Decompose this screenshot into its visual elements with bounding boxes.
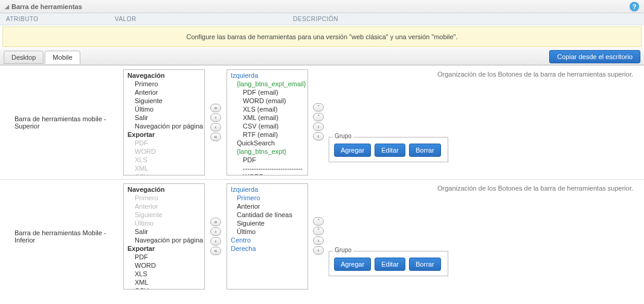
list-item[interactable]: Izquierda <box>227 71 308 80</box>
list-item[interactable]: Último <box>227 227 308 236</box>
list-group-header[interactable]: Navegación <box>124 185 204 194</box>
inferior-group-fieldset: Grupo Agregar Editar Borrar <box>329 251 448 276</box>
list-item[interactable]: XML <box>124 164 204 173</box>
list-item[interactable]: PDF <box>124 139 204 147</box>
move-right2-icon[interactable]: › <box>313 236 324 245</box>
list-item[interactable]: Navegación por página <box>124 236 204 244</box>
list-item[interactable]: XLS <box>124 156 204 164</box>
move-up-icon[interactable]: ˄ <box>313 217 324 226</box>
move-down-icon[interactable]: ˅ <box>313 113 324 121</box>
list-item[interactable]: WORD <box>124 147 204 156</box>
list-item[interactable]: Primero <box>124 194 204 202</box>
move-all-right-icon[interactable]: » <box>210 104 221 112</box>
list-item[interactable]: Primero <box>124 80 204 88</box>
superior-reorder-arrows: ˄ ˅ › ‹ <box>313 103 324 141</box>
superior-available-listbox[interactable]: NavegaciónPrimeroAnteriorSiguienteÚltimo… <box>123 69 205 176</box>
inferior-available-listbox[interactable]: NavegaciónPrimeroAnteriorSiguienteÚltimo… <box>123 183 205 290</box>
group-legend: Grupo <box>333 247 353 253</box>
superior-selected-list: Izquierda{lang_btns_expt_email}PDF (emai… <box>227 69 308 176</box>
move-up-icon[interactable]: ˄ <box>313 103 324 112</box>
inferior-selected-listbox[interactable]: IzquierdaPrimeroAnteriorCantidad de líne… <box>227 183 308 290</box>
copy-from-desktop-button[interactable]: Copiar desde el escritorio <box>549 50 640 63</box>
list-item[interactable]: PDF <box>124 253 204 261</box>
inferior-label: Barra de herramientas Mobile - Inferior <box>2 183 123 290</box>
toolbar-superior-row: Barra de herramientas mobile - Superior … <box>0 65 644 179</box>
superior-label: Barra de herramientas mobile - Superior <box>2 69 123 176</box>
list-item[interactable]: Anterior <box>124 88 204 97</box>
inferior-available-list: NavegaciónPrimeroAnteriorSiguienteÚltimo… <box>123 183 205 290</box>
list-item[interactable]: PDF <box>227 156 308 164</box>
list-item[interactable]: Izquierda <box>227 185 308 194</box>
move-left-icon[interactable]: ‹ <box>210 123 221 131</box>
tab-mobile[interactable]: Mobile <box>45 51 80 64</box>
list-item[interactable]: Salir <box>124 113 204 122</box>
move-right-icon[interactable]: › <box>210 113 221 122</box>
move-all-right-icon[interactable]: » <box>210 218 221 226</box>
content-area: Barra de herramientas mobile - Superior … <box>0 65 644 302</box>
list-item[interactable]: {lang_btns_expt} <box>227 147 308 156</box>
list-item[interactable]: XML (email) <box>227 113 308 122</box>
add-button[interactable]: Agregar <box>334 144 371 157</box>
move-left-icon[interactable]: ‹ <box>210 237 221 245</box>
move-all-left-icon[interactable]: « <box>210 133 221 141</box>
move-all-left-icon[interactable]: « <box>210 247 221 255</box>
superior-selected-listbox[interactable]: Izquierda{lang_btns_expt_email}PDF (emai… <box>227 69 308 176</box>
list-item[interactable]: QuickSearch <box>227 139 308 147</box>
move-right-icon[interactable]: › <box>210 227 221 236</box>
tab-bar: Desktop Mobile Copiar desde el escritori… <box>0 48 644 65</box>
help-icon[interactable]: ? <box>630 2 639 11</box>
group-legend: Grupo <box>333 133 353 139</box>
list-item[interactable]: PDF (email) <box>227 88 308 97</box>
list-item[interactable]: CSV <box>124 173 204 176</box>
list-item[interactable]: {lang_btns_expt_email} <box>227 80 308 88</box>
list-item[interactable]: WORD <box>227 173 308 176</box>
list-item[interactable]: XML <box>124 278 204 287</box>
list-item[interactable]: RTF (email) <box>227 130 308 139</box>
move-left2-icon[interactable]: ‹ <box>313 246 324 255</box>
header-value: VALOR <box>115 16 293 22</box>
list-item[interactable]: --------------------------- <box>227 164 308 173</box>
list-item[interactable]: XLS (email) <box>227 105 308 113</box>
move-left2-icon[interactable]: ‹ <box>313 132 324 141</box>
header-attribute: ATRIBUTO <box>6 16 115 22</box>
move-down-icon[interactable]: ˅ <box>313 227 324 235</box>
list-item[interactable]: Derecha <box>227 244 308 253</box>
edit-button[interactable]: Editar <box>375 144 405 157</box>
list-item[interactable]: Navegación por página <box>124 122 204 130</box>
list-item[interactable]: Último <box>124 105 204 113</box>
list-item[interactable]: CSV <box>124 287 204 290</box>
edit-button[interactable]: Editar <box>375 258 405 271</box>
list-item[interactable]: Anterior <box>227 202 308 211</box>
tab-desktop[interactable]: Desktop <box>4 51 43 64</box>
list-item[interactable]: Siguiente <box>124 211 204 219</box>
list-item[interactable]: XLS <box>124 270 204 278</box>
move-right2-icon[interactable]: › <box>313 122 324 131</box>
list-item[interactable]: Cantidad de líneas <box>227 211 308 219</box>
collapse-icon[interactable]: ◢ <box>5 4 9 10</box>
config-banner: Configure las barras de herramientas par… <box>2 27 642 47</box>
superior-group-fieldset: Grupo Agregar Editar Borrar <box>329 137 448 162</box>
list-item[interactable]: Siguiente <box>124 97 204 105</box>
list-item[interactable]: Anterior <box>124 202 204 211</box>
header-description: DESCRIPCIÓN <box>293 16 638 22</box>
list-group-header[interactable]: Exportar <box>124 244 204 253</box>
list-item[interactable]: WORD <box>124 261 204 270</box>
list-item[interactable]: Salir <box>124 227 204 236</box>
toolbar-inferior-row: Barra de herramientas Mobile - Inferior … <box>0 179 644 293</box>
list-item[interactable]: CSV (email) <box>227 122 308 130</box>
list-item[interactable]: Primero <box>227 194 308 202</box>
superior-available-list: NavegaciónPrimeroAnteriorSiguienteÚltimo… <box>123 69 205 176</box>
list-item[interactable]: WORD (email) <box>227 97 308 105</box>
add-button[interactable]: Agregar <box>334 258 371 271</box>
inferior-description: Organización de los Botones de la barra … <box>313 183 637 193</box>
titlebar-title: Barra de herramientas <box>11 3 82 10</box>
inferior-transfer-arrows: » › ‹ « <box>205 183 227 290</box>
inferior-reorder-arrows: ˄ ˅ › ‹ <box>313 217 324 255</box>
delete-button[interactable]: Borrar <box>409 258 441 271</box>
list-item[interactable]: Último <box>124 219 204 227</box>
list-group-header[interactable]: Exportar <box>124 130 204 139</box>
list-item[interactable]: Centro <box>227 236 308 244</box>
list-item[interactable]: Siguiente <box>227 219 308 227</box>
list-group-header[interactable]: Navegación <box>124 71 204 80</box>
delete-button[interactable]: Borrar <box>409 144 441 157</box>
